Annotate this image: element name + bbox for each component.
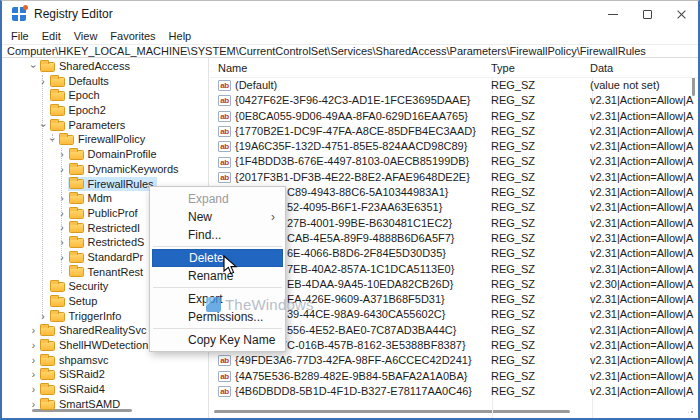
value-data: v2.31|Action=Allow|A: [590, 262, 698, 277]
tree-item-sisraid4[interactable]: ›SiSRaid4: [2, 382, 208, 397]
context-menu-item-copy-key-name[interactable]: Copy Key Name: [152, 331, 283, 349]
tree-item-content: Mdm: [68, 192, 115, 206]
menubar-item-file[interactable]: File: [6, 30, 34, 42]
chevron-right-icon[interactable]: ›: [57, 222, 68, 233]
tree-item-parameters[interactable]: ›Parameters: [2, 118, 208, 133]
value-data: v2.31|Action=Allow|A: [590, 246, 698, 261]
tree-item-label: SiSRaid4: [59, 382, 105, 397]
registry-value-row[interactable]: ab{4B6DBDD8-5B1D-4F1D-B327-E78117AA0C46}…: [210, 384, 698, 399]
minimize-button[interactable]: [596, 1, 630, 27]
context-menu-item-rename[interactable]: Rename: [152, 267, 283, 285]
chevron-down-icon[interactable]: ›: [38, 120, 49, 131]
tree-item-shpamsvc[interactable]: ›shpamsvc: [2, 353, 208, 368]
chevron-right-icon[interactable]: ›: [57, 149, 68, 160]
list-horizontal-scrollbar[interactable]: [214, 410, 570, 413]
chevron-right-icon[interactable]: ›: [38, 76, 49, 87]
folder-icon: [40, 356, 55, 366]
registry-value-row[interactable]: ab{2017F3B1-DF3B-4E22-B8E2-AFAE9648DE2E}…: [210, 170, 698, 185]
value-name-cell: ab{0427F62E-3F96-42C3-AD1E-1FCE3695DAAE}: [210, 93, 491, 108]
value-data: (value not set): [590, 78, 698, 93]
tree-item-domainprofile[interactable]: ›DomainProfile: [2, 147, 208, 162]
tree-item-label: Epoch2: [69, 103, 106, 118]
resize-grip[interactable]: [686, 406, 695, 415]
value-name: 556-4E52-BAE0-7C87AD3BA44C}: [287, 323, 456, 338]
registry-value-row[interactable]: ab(Default)REG_SZ(value not set): [210, 78, 698, 93]
tree-item-label: DynamicKeywords: [88, 162, 179, 177]
chevron-right-icon[interactable]: ›: [28, 340, 39, 351]
registry-value-row[interactable]: ab{0E8CA055-9D06-49AA-8FA0-629D16EAA765}…: [210, 109, 698, 124]
value-type: REG_SZ: [491, 78, 590, 93]
registry-icon: [12, 7, 26, 21]
value-type: REG_SZ: [491, 338, 590, 353]
context-menu-item-expand[interactable]: Expand: [152, 190, 283, 208]
context-menu-item-find[interactable]: Find...: [152, 226, 283, 244]
menubar-item-edit[interactable]: Edit: [37, 30, 66, 42]
value-type: REG_SZ: [491, 231, 590, 246]
value-name-cell: ab{2017F3B1-DF3B-4E22-B8E2-AFAE9648DE2E}: [210, 170, 491, 185]
maximize-icon: [643, 10, 652, 19]
context-menu: ExpandNew›Find...DeleteRenameExportPermi…: [149, 186, 286, 352]
registry-value-row[interactable]: ab{1F4BDD3B-676E-4497-8103-0AECB85199DB}…: [210, 154, 698, 169]
value-type: REG_SZ: [491, 262, 590, 277]
menubar-item-view[interactable]: View: [69, 30, 103, 42]
value-name-cell: ab(Default): [210, 78, 491, 93]
value-data: v2.31|Action=Allow|A: [590, 369, 698, 384]
tree-item-sharedaccess[interactable]: ›SharedAccess: [2, 59, 208, 74]
value-name: {0E8CA055-9D06-49AA-8FA0-629D16EAA765}: [235, 109, 468, 124]
chevron-down-icon[interactable]: ›: [47, 134, 58, 145]
menubar-item-help[interactable]: Help: [164, 30, 197, 42]
chevron-right-icon[interactable]: ›: [57, 237, 68, 248]
address-bar[interactable]: Computer\HKEY_LOCAL_MACHINE\SYSTEM\Curre…: [2, 44, 698, 58]
chevron-right-icon[interactable]: ›: [28, 325, 39, 336]
chevron-right-icon[interactable]: ›: [57, 208, 68, 219]
registry-value-row[interactable]: ab{1770B2E1-DC9F-47FA-A8CE-85DFB4EC3AAD}…: [210, 124, 698, 139]
chevron-right-icon[interactable]: ›: [57, 164, 68, 175]
context-menu-item-new[interactable]: New›: [152, 208, 283, 226]
chevron-right-icon[interactable]: ›: [38, 311, 49, 322]
maximize-button[interactable]: [630, 1, 664, 27]
tree-item-content: Epoch: [49, 89, 103, 103]
submenu-arrow-icon: ›: [271, 208, 275, 226]
value-data: v2.31|Action=Allow|A: [590, 323, 698, 338]
registry-value-row[interactable]: ab{19A6C35F-132D-4751-85E5-824AACD98C89}…: [210, 139, 698, 154]
ab-string-icon: ab: [218, 80, 231, 91]
chevron-right-icon[interactable]: ›: [57, 193, 68, 204]
menubar-item-favorites[interactable]: Favorites: [105, 30, 160, 42]
tree-item-sisraid2[interactable]: ›SiSRaid2: [2, 367, 208, 382]
chevron-right-icon[interactable]: ›: [28, 399, 39, 410]
tree-item-firewallpolicy[interactable]: ›FirewallPolicy: [2, 132, 208, 147]
context-menu-item-delete[interactable]: Delete: [152, 249, 283, 267]
chevron-right-icon[interactable]: ›: [28, 355, 39, 366]
chevron-right-icon[interactable]: ›: [57, 252, 68, 263]
value-data: v2.31|Action=Allow|A: [590, 307, 698, 322]
value-type: REG_SZ: [491, 200, 590, 215]
column-header-name[interactable]: Name: [210, 58, 491, 77]
column-header-type[interactable]: Type: [491, 58, 590, 77]
folder-icon: [69, 253, 84, 263]
value-name-cell: ab{1770B2E1-DC9F-47FA-A8CE-85DFB4EC3AAD}: [210, 124, 491, 139]
context-menu-item-export[interactable]: Export: [152, 290, 283, 308]
value-type: REG_SZ: [491, 109, 590, 124]
tree-item-epoch[interactable]: ›Epoch: [2, 88, 208, 103]
value-name: {1F4BDD3B-676E-4497-8103-0AECB85199DB}: [235, 154, 469, 169]
registry-value-row[interactable]: ab{4A75E536-B289-482E-9B84-5BAFA2A1A0BA}…: [210, 369, 698, 384]
value-name: {4B6DBDD8-5B1D-4F1D-B327-E78117AA0C46}: [235, 384, 472, 399]
value-name: {0427F62E-3F96-42C3-AD1E-1FCE3695DAAE}: [235, 93, 470, 108]
chevron-right-icon[interactable]: ›: [28, 369, 39, 380]
tree-item-epoch2[interactable]: ›Epoch2: [2, 103, 208, 118]
chevron-right-icon[interactable]: ›: [28, 384, 39, 395]
chevron-down-icon[interactable]: ›: [28, 61, 39, 72]
tree-item-content: SiSRaid4: [39, 382, 108, 396]
window-controls: [596, 1, 698, 27]
value-name-cell: ab{1F4BDD3B-676E-4497-8103-0AECB85199DB}: [210, 154, 491, 169]
tree-item-dynamickeywords[interactable]: ›DynamicKeywords: [2, 162, 208, 177]
context-menu-item-permissions[interactable]: Permissions...: [152, 308, 283, 326]
value-data: v2.31|Action=Allow|A: [590, 216, 698, 231]
registry-value-row[interactable]: ab{0427F62E-3F96-42C3-AD1E-1FCE3695DAAE}…: [210, 93, 698, 108]
registry-value-row[interactable]: ab{49FDE3A6-77D3-42FA-98FF-A6CCEC42D241}…: [210, 353, 698, 368]
close-button[interactable]: [664, 1, 698, 27]
column-header-data[interactable]: Data: [590, 58, 698, 77]
folder-icon: [59, 135, 74, 145]
tree-item-defaults[interactable]: ›Defaults: [2, 74, 208, 89]
value-type: REG_SZ: [491, 216, 590, 231]
